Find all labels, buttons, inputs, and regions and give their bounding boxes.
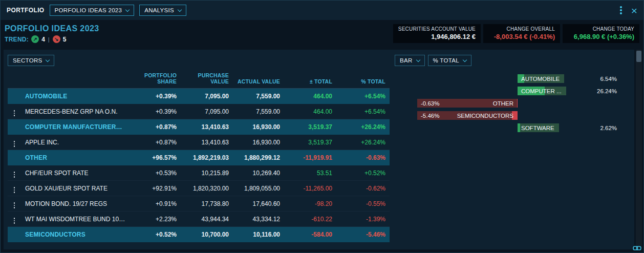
chart-type-dropdown[interactable]: BAR — [395, 55, 425, 66]
bar-value: -5.46% — [421, 113, 439, 119]
sectors-dropdown[interactable]: SECTORS — [8, 55, 54, 66]
positions-panel: SECTORS PORTFOLIO SHARE PURCHASE VALUE A… — [8, 55, 391, 244]
row-menu-cell — [8, 89, 21, 104]
trend-up-icon: ↗ — [31, 35, 39, 43]
actual-value-cell: 16,930.00 — [233, 119, 284, 135]
sector-row[interactable]: SEMICONDUCTORS+0.52%10,700.0010,116.00-5… — [8, 227, 390, 242]
column-header-actual-value: ACTUAL VALUE — [233, 71, 284, 89]
chevron-down-icon — [46, 57, 50, 61]
position-row[interactable]: GOLD XAU/EUR SPOT RATE+92.91%1,820,320.0… — [8, 181, 390, 196]
column-header-portfolio-share: PORTFOLIO SHARE — [130, 71, 181, 89]
row-menu-icon[interactable] — [13, 171, 16, 179]
more-options-icon[interactable] — [619, 5, 623, 15]
chart-bar-row[interactable]: SOFTWARE2.62% — [395, 123, 617, 132]
close-icon[interactable]: × — [631, 5, 637, 16]
actual-value-cell: 43,334.12 — [233, 212, 284, 227]
chart-metric-label: % TOTAL — [433, 57, 459, 64]
link-icon[interactable] — [633, 245, 641, 251]
portfolio-share-cell: +0.87% — [130, 119, 181, 135]
position-row[interactable]: CHF/EUR SPOT RATE+0.53%10,215.8910,269.4… — [8, 165, 390, 181]
sector-row[interactable]: COMPUTER MANUFACTURERS...+0.87%13,410.63… — [8, 119, 390, 135]
chart-bar-row[interactable]: COMPUTER ...26.24% — [395, 87, 617, 95]
percent-change-cell: +6.54% — [336, 89, 390, 104]
chart-metric-dropdown[interactable]: % TOTAL — [428, 55, 471, 66]
row-menu-icon[interactable] — [13, 109, 16, 117]
account-stats: SECURITIES ACCOUNT VALUE 1,946,806.12 € … — [393, 24, 639, 43]
position-name: MOTION BOND. 19/27 REGS — [21, 196, 130, 212]
trend-summary: TREND: ↗ 4 | ↘ 5 — [5, 35, 99, 43]
page-header: PORFOLIO IDEAS 2023 TREND: ↗ 4 | ↘ 5 SEC… — [1, 20, 643, 50]
bar-label: AUTOMOBILE — [518, 76, 560, 82]
sector-row[interactable]: AUTOMOBILE+0.39%7,095.007,559.00464.00+6… — [8, 89, 390, 104]
stat-change-overall: CHANGE OVERALL -8,003.54 € (-0.41%) — [483, 24, 560, 43]
position-name: WT MAI WISDOMTREE BUND 10Y 3 — [21, 212, 130, 227]
stat-label: CHANGE OVERALL — [488, 26, 555, 32]
sector-row[interactable]: OTHER+96.57%1,892,219.031,880,299.12-11,… — [8, 150, 390, 165]
row-menu-cell — [8, 181, 21, 196]
row-menu-icon[interactable] — [13, 186, 16, 194]
chart-bar-row[interactable]: AUTOMOBILE6.54% — [395, 74, 617, 83]
bar-value: 26.24% — [597, 87, 617, 95]
chart-panel: BAR % TOTAL AUTOMOBILE6.54%COMPUTER ...2… — [395, 55, 630, 244]
percent-change-cell: -0.55% — [336, 196, 390, 212]
percent-change-cell: +0.52% — [336, 165, 390, 181]
row-menu-cell — [8, 104, 21, 119]
stat-label: CHANGE TODAY — [568, 26, 634, 32]
topbar-actions: × — [619, 5, 637, 16]
stat-change-today: CHANGE TODAY 6,968.90 € (+0.36%) — [563, 24, 639, 43]
table-header-row: PORTFOLIO SHARE PURCHASE VALUE ACTUAL VA… — [8, 71, 390, 89]
column-header-percent-change: % TOTAL — [336, 71, 390, 89]
position-name: CHF/EUR SPOT RATE — [21, 165, 130, 181]
position-row[interactable]: APPLE INC.+0.87%13,410.6316,930.003,519.… — [8, 135, 390, 150]
total-change-cell: 3,519.37 — [284, 119, 336, 135]
portfolio-app: PORTFOLIO PORFOLIO IDEAS 2023 ANALYSIS ×… — [0, 0, 644, 253]
chart-bar-row[interactable]: -5.46%SEMICONDUCTORS — [395, 111, 617, 120]
positions-table-body: AUTOMOBILE+0.39%7,095.007,559.00464.00+6… — [8, 89, 390, 242]
bar-label: SEMICONDUCTORS — [457, 113, 513, 119]
row-menu-icon[interactable] — [13, 140, 16, 148]
row-menu-icon[interactable] — [13, 201, 16, 209]
chevron-down-icon — [178, 7, 182, 11]
percent-change-cell: -0.63% — [336, 150, 390, 165]
page-title: PORFOLIO IDEAS 2023 — [5, 24, 99, 33]
column-header-purchase-value: PURCHASE VALUE — [181, 71, 233, 89]
row-menu-cell — [8, 227, 21, 242]
vertical-scrollbar[interactable] — [636, 50, 642, 248]
position-name: GOLD XAU/EUR SPOT RATE — [21, 181, 130, 196]
position-row[interactable]: WT MAI WISDOMTREE BUND 10Y 3+2.23%43,944… — [8, 212, 390, 227]
position-name: MERCEDES-BENZ GRP NA O.N. — [21, 104, 130, 119]
total-change-cell: 464.00 — [284, 104, 336, 119]
portfolio-share-cell: +0.39% — [130, 89, 181, 104]
stat-value: 6,968.90 € (+0.36%) — [568, 33, 634, 40]
column-header-menu — [8, 71, 21, 89]
percent-change-cell: -1.39% — [336, 212, 390, 227]
scrollbar-thumb[interactable] — [636, 51, 641, 62]
total-change-cell: 3,519.37 — [284, 135, 336, 150]
analysis-dropdown-label: ANALYSIS — [144, 7, 174, 13]
portfolio-share-cell: +0.52% — [130, 227, 181, 242]
chevron-down-icon — [463, 57, 467, 61]
portfolio-share-cell: +0.87% — [130, 135, 181, 150]
row-menu-cell — [8, 135, 21, 150]
bar-positive: SOFTWARE — [518, 123, 559, 132]
position-name: APPLE INC. — [21, 135, 130, 150]
chart-bar-row[interactable]: -0.63%OTHER — [395, 99, 617, 108]
actual-value-cell: 16,930.00 — [233, 135, 284, 150]
portfolio-selector-dropdown[interactable]: PORFOLIO IDEAS 2023 — [50, 5, 135, 16]
column-header-total-change: ± TOTAL — [284, 71, 336, 89]
purchase-value-cell: 7,095.00 — [181, 104, 233, 119]
position-row[interactable]: MERCEDES-BENZ GRP NA O.N.+0.39%7,095.007… — [8, 104, 390, 119]
total-change-cell: -11,919.91 — [284, 150, 336, 165]
actual-value-cell: 10,116.00 — [233, 227, 284, 242]
position-row[interactable]: MOTION BOND. 19/27 REGS+0.91%17,738.8017… — [8, 196, 390, 212]
trend-up-count: 4 — [41, 36, 45, 43]
chart-type-label: BAR — [400, 57, 413, 64]
analysis-dropdown[interactable]: ANALYSIS — [139, 5, 186, 16]
total-change-cell: 464.00 — [284, 89, 336, 104]
chart-body: AUTOMOBILE6.54%COMPUTER ...26.24%-0.63%O… — [395, 74, 630, 132]
purchase-value-cell: 17,738.80 — [181, 196, 233, 212]
portfolio-share-cell: +0.39% — [130, 104, 181, 119]
purchase-value-cell: 1,820,320.00 — [181, 181, 233, 196]
topbar: PORTFOLIO PORFOLIO IDEAS 2023 ANALYSIS × — [1, 1, 643, 20]
row-menu-icon[interactable] — [13, 217, 16, 225]
